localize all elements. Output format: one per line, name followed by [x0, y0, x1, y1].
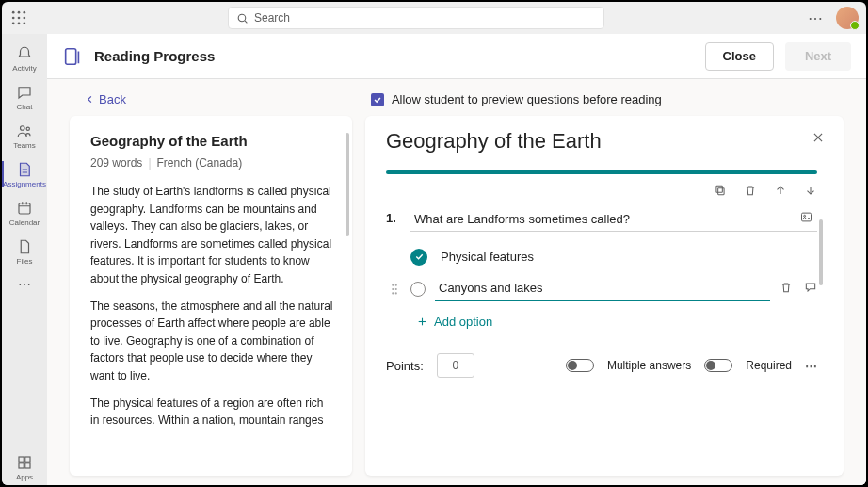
option-row: Physical features	[386, 241, 817, 272]
points-label: Points:	[386, 359, 424, 373]
svg-point-6	[12, 23, 15, 25]
page-header: Reading Progress Close Next	[47, 34, 866, 79]
scrollbar[interactable]	[346, 133, 349, 236]
reading-progress-icon	[62, 46, 83, 67]
close-icon[interactable]	[810, 129, 827, 149]
form-title: Geography of the Earth	[386, 129, 602, 154]
svg-rect-13	[19, 203, 30, 214]
move-up-icon[interactable]	[774, 184, 787, 197]
points-input[interactable]: 0	[437, 353, 474, 378]
svg-point-7	[18, 23, 21, 25]
checkbox-checked-icon	[371, 93, 384, 106]
svg-rect-25	[716, 186, 722, 192]
svg-line-10	[245, 20, 247, 22]
question-input[interactable]: What are Landforms sometimes called?	[410, 204, 817, 232]
svg-point-35	[395, 292, 397, 294]
question-number: 1.	[386, 211, 401, 225]
svg-rect-18	[25, 457, 30, 462]
svg-rect-28	[802, 213, 812, 221]
more-icon[interactable]: ⋯	[804, 8, 827, 29]
doc-meta: 209 words|French (Canada)	[90, 156, 348, 170]
comment-icon[interactable]	[804, 281, 817, 297]
svg-point-31	[395, 284, 397, 285]
rail-chat[interactable]: Chat	[2, 78, 47, 115]
add-option-button[interactable]: Add option	[386, 305, 817, 342]
back-link[interactable]: Back	[85, 92, 126, 106]
rail-assignments[interactable]: Assignments	[2, 155, 47, 192]
svg-rect-17	[19, 457, 24, 462]
delete-icon[interactable]	[744, 184, 757, 197]
svg-point-30	[392, 284, 394, 285]
svg-point-3	[12, 17, 15, 20]
insert-media-icon[interactable]	[799, 210, 813, 227]
next-button: Next	[785, 42, 851, 71]
drag-handle-icon[interactable]	[390, 283, 401, 296]
svg-point-5	[24, 17, 26, 20]
rail-activity[interactable]: Activity	[2, 40, 47, 76]
svg-rect-20	[25, 463, 30, 468]
document-pane: Geography of the Earth 209 words|French …	[70, 116, 352, 476]
option-input[interactable]: Canyons and lakes	[435, 276, 770, 301]
svg-point-32	[392, 287, 394, 289]
doc-title: Geography of the Earth	[90, 133, 348, 149]
svg-point-12	[26, 127, 29, 130]
svg-point-34	[392, 292, 394, 294]
svg-point-9	[238, 14, 246, 22]
rail-more-icon[interactable]: ⋯	[2, 271, 47, 296]
rail-calendar[interactable]: Calendar	[2, 194, 47, 231]
question-more-icon[interactable]: ⋯	[805, 359, 817, 373]
multiple-answers-toggle[interactable]	[566, 359, 594, 372]
question-footer: Points: 0 Multiple answers Required ⋯	[386, 342, 817, 378]
page-title: Reading Progress	[94, 48, 215, 64]
svg-point-4	[18, 17, 21, 20]
option-input[interactable]: Physical features	[437, 245, 817, 268]
avatar[interactable]	[836, 7, 859, 29]
allow-preview-checkbox[interactable]: Allow student to preview questions befor…	[371, 92, 662, 106]
option-row: Canyons and lakes	[386, 272, 817, 305]
search-input[interactable]: Search	[228, 7, 604, 29]
svg-point-8	[24, 23, 26, 25]
svg-rect-21	[66, 48, 76, 64]
waffle-icon[interactable]	[9, 8, 28, 27]
search-placeholder: Search	[254, 11, 290, 24]
delete-option-icon[interactable]	[780, 281, 793, 297]
app-rail: Activity Chat Teams Assignments Calendar…	[2, 34, 47, 485]
copy-icon[interactable]	[714, 184, 727, 197]
svg-point-2	[24, 11, 26, 14]
correct-option-icon[interactable]	[410, 249, 427, 266]
question-row: 1. What are Landforms sometimes called?	[386, 204, 817, 232]
svg-point-0	[12, 11, 15, 14]
svg-rect-24	[718, 188, 724, 195]
move-down-icon[interactable]	[804, 184, 817, 197]
required-toggle[interactable]	[704, 359, 732, 372]
scrollbar[interactable]	[819, 219, 823, 285]
form-pane: Geography of the Earth	[365, 116, 844, 476]
close-button[interactable]: Close	[705, 42, 774, 71]
svg-point-33	[395, 287, 397, 289]
accent-bar	[386, 170, 817, 174]
title-bar: Search ⋯	[2, 2, 866, 34]
rail-files[interactable]: Files	[2, 233, 47, 269]
svg-rect-19	[19, 463, 24, 468]
svg-point-11	[21, 126, 25, 131]
option-radio[interactable]	[410, 282, 426, 297]
doc-body: The study of Earth's landforms is called…	[90, 183, 348, 428]
rail-teams[interactable]: Teams	[2, 117, 47, 154]
svg-point-1	[18, 11, 21, 14]
rail-apps[interactable]: Apps	[2, 448, 47, 485]
